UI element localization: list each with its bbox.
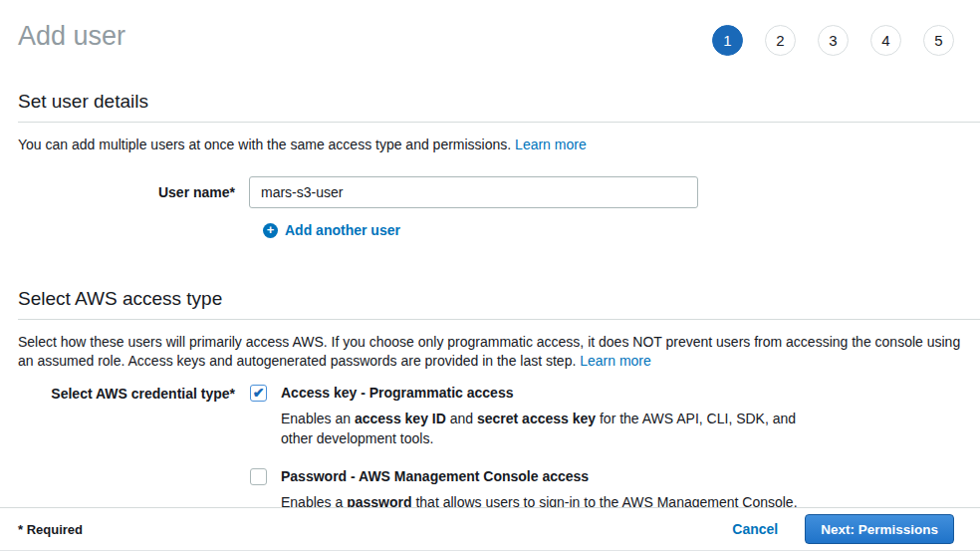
password-title: Password - AWS Management Console access xyxy=(281,468,798,485)
username-input[interactable] xyxy=(249,176,698,208)
set-user-details-description: You can add multiple users at once with … xyxy=(18,136,972,154)
credential-options: ✔ Access key - Programmatic access Enabl… xyxy=(249,385,980,512)
step-1: 1 xyxy=(712,25,743,56)
access-key-checkbox[interactable]: ✔ xyxy=(250,385,267,402)
plus-icon: + xyxy=(263,223,278,238)
page-header: Add user 1 2 3 4 5 xyxy=(0,0,980,56)
password-text: Password - AWS Management Console access… xyxy=(281,468,798,512)
cancel-button[interactable]: Cancel xyxy=(732,521,778,537)
access-type-heading: Select AWS access type xyxy=(18,288,980,320)
desc-part: and xyxy=(446,411,477,426)
password-checkbox[interactable] xyxy=(250,468,267,485)
step-4: 4 xyxy=(870,25,901,56)
learn-more-link-user-details[interactable]: Learn more xyxy=(515,137,587,152)
add-another-user-label: Add another user xyxy=(285,222,400,238)
access-type-description: Select how these users will primarily ac… xyxy=(18,333,972,371)
description-text: Select how these users will primarily ac… xyxy=(18,334,960,369)
access-type-section: Select AWS access type Select how these … xyxy=(18,288,980,512)
desc-part-bold: secret access key xyxy=(477,411,596,426)
page-title: Add user xyxy=(18,20,125,52)
credential-type-row: Select AWS credential type* ✔ Access key… xyxy=(18,385,980,512)
step-3: 3 xyxy=(818,25,849,56)
step-indicator: 1 2 3 4 5 xyxy=(712,25,954,56)
username-label: User name* xyxy=(18,184,249,200)
password-option: Password - AWS Management Console access… xyxy=(249,468,980,512)
desc-part-bold: access key ID xyxy=(355,411,446,426)
set-user-details-section: Set user details You can add multiple us… xyxy=(18,91,980,238)
access-key-text: Access key - Programmatic access Enables… xyxy=(281,385,824,448)
wizard-footer: * Required Cancel Next: Permissions xyxy=(0,507,980,551)
step-5: 5 xyxy=(923,25,954,56)
check-icon: ✔ xyxy=(253,386,265,401)
learn-more-link-access-type[interactable]: Learn more xyxy=(580,353,651,369)
next-permissions-button[interactable]: Next: Permissions xyxy=(805,514,954,544)
desc-part: Enables an xyxy=(281,411,355,426)
credential-type-label: Select AWS credential type* xyxy=(18,385,249,402)
required-note: * Required xyxy=(18,522,83,537)
access-key-option: ✔ Access key - Programmatic access Enabl… xyxy=(249,385,980,448)
step-2: 2 xyxy=(765,25,796,56)
access-key-description: Enables an access key ID and secret acce… xyxy=(281,409,824,448)
set-user-details-heading: Set user details xyxy=(18,91,980,123)
username-row: User name* xyxy=(18,176,980,208)
access-key-title: Access key - Programmatic access xyxy=(281,385,824,402)
description-text: You can add multiple users at once with … xyxy=(18,137,511,152)
add-another-user-button[interactable]: + Add another user xyxy=(263,222,980,238)
